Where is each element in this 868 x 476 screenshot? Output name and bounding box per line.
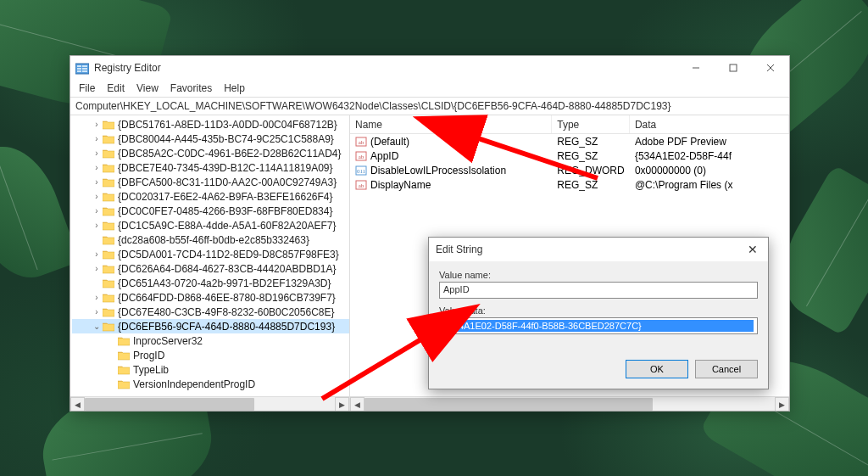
value-name: DisableLowILProcessIsolation — [370, 165, 506, 176]
tree-item[interactable]: ›{DBC85A2C-C0DC-4961-B6E2-D28B62C11AD4} — [72, 146, 350, 160]
regedit-icon — [75, 61, 89, 75]
svg-text:011: 011 — [357, 168, 366, 175]
expander-icon[interactable]: › — [91, 148, 103, 158]
tree-item[interactable]: {DC651A43-0720-4a2b-9971-BD2EF1329A3D} — [72, 276, 350, 290]
value-data: @C:\Program Files (x — [630, 179, 789, 191]
edit-string-dialog: Edit String ✕ Value name: AppID Value da… — [428, 237, 769, 389]
svg-text:ab: ab — [359, 182, 364, 189]
list-item[interactable]: abAppIDREG_SZ{534A1E02-D58F-44f — [350, 148, 789, 163]
menu-favorites[interactable]: Favorites — [165, 82, 217, 94]
tree-item-label: {DBC80044-A445-435b-BC74-9C25C1C588A9} — [118, 133, 334, 145]
list-item[interactable]: 011DisableLowILProcessIsolationREG_DWORD… — [350, 163, 789, 177]
tree-item[interactable]: ›{DC020317-E6E2-4A62-B9FA-B3EFE16626F4} — [72, 189, 350, 204]
tree-item-label: {DBFCA500-8C31-11D0-AA2C-00A0C92749A3} — [118, 176, 337, 188]
tree-item[interactable]: InprocServer32 — [72, 333, 350, 348]
menu-edit[interactable]: Edit — [102, 82, 130, 94]
col-data[interactable]: Data — [630, 115, 789, 133]
tree-item[interactable]: ›{DC67E480-C3CB-49F8-8232-60B0C2056C8E} — [72, 305, 350, 319]
tree-item[interactable]: ›{DC626A64-D684-4627-83CB-44420ABDBD1A} — [72, 261, 350, 276]
tree-item[interactable]: ProgID — [72, 348, 350, 362]
menu-file[interactable]: File — [74, 82, 100, 94]
expander-icon[interactable]: › — [91, 206, 103, 216]
menu-bar: File Edit View Favorites Help — [70, 80, 789, 97]
expander-icon[interactable]: › — [91, 307, 103, 316]
value-data: {534A1E02-D58F-44f — [630, 150, 789, 162]
tree-item-label: {DC626A64-D684-4627-83CB-44420ABDBD1A} — [118, 263, 337, 275]
col-type[interactable]: Type — [552, 115, 630, 133]
dialog-close-button[interactable]: ✕ — [744, 241, 761, 258]
svg-rect-3 — [77, 68, 81, 70]
menu-view[interactable]: View — [131, 82, 164, 94]
expander-icon[interactable]: › — [91, 177, 103, 187]
expander-icon[interactable]: › — [91, 293, 103, 302]
list-scroll-right[interactable]: ▶ — [775, 397, 789, 411]
tree-item[interactable]: ⌄{DC6EFB56-9CFA-464D-8880-44885D7DC193} — [72, 319, 350, 333]
value-type: REG_SZ — [552, 150, 630, 162]
svg-text:ab: ab — [359, 139, 364, 146]
tree-item-label: VersionIndependentProgID — [133, 378, 255, 390]
expander-icon[interactable]: › — [91, 249, 103, 259]
value-name-label: Value name: — [439, 270, 758, 280]
tree-item-label: {DC651A43-0720-4a2b-9971-BD2EF1329A3D} — [118, 277, 331, 289]
list-item[interactable]: abDisplayNameREG_SZ@C:\Program Files (x — [350, 177, 789, 192]
close-button[interactable] — [752, 56, 789, 80]
tree-item[interactable]: ›{DC0C0FE7-0485-4266-B93F-68FBF80ED834} — [72, 204, 350, 218]
address-bar[interactable]: Computer\HKEY_LOCAL_MACHINE\SOFTWARE\WOW… — [70, 97, 789, 115]
tree-scroll-left[interactable]: ◀ — [70, 397, 85, 411]
tree-scroll-thumb[interactable] — [85, 398, 254, 411]
tree-item[interactable]: TypeLib — [72, 362, 350, 377]
column-headers[interactable]: Name Type Data — [350, 115, 789, 134]
value-name: AppID — [370, 150, 398, 162]
value-data-field-container — [439, 317, 758, 334]
tree-item[interactable]: VersionIndependentProgID — [72, 377, 350, 391]
svg-rect-6 — [82, 70, 87, 72]
tree-item-label: {DBC51761-A8ED-11D3-A0DD-00C04F68712B} — [118, 119, 337, 131]
tree-pane[interactable]: ›{DBC51761-A8ED-11D3-A0DD-00C04F68712B}›… — [70, 115, 350, 411]
value-data: Adobe PDF Preview — [630, 136, 789, 148]
expander-icon[interactable]: › — [91, 221, 103, 230]
tree-scroll-right[interactable]: ▶ — [335, 397, 349, 411]
value-type: REG_DWORD — [552, 165, 630, 176]
svg-rect-5 — [77, 70, 81, 72]
tree-item[interactable]: ›{DBCE7E40-7345-439D-B12C-114A11819A09} — [72, 160, 350, 175]
tree-item-label: InprocServer32 — [133, 335, 203, 347]
dialog-title-bar[interactable]: Edit String ✕ — [429, 238, 768, 261]
expander-icon[interactable]: › — [91, 192, 103, 201]
expander-icon[interactable]: › — [91, 264, 103, 273]
tree-item-label: {DC5DA001-7CD4-11D2-8ED9-D8C857F98FE3} — [118, 249, 339, 260]
expander-icon[interactable]: › — [91, 163, 103, 172]
tree-item[interactable]: {dc28a608-b55f-46ff-b0db-e2c85b332463} — [72, 232, 350, 247]
svg-rect-2 — [82, 65, 87, 67]
expander-icon[interactable]: ⌄ — [91, 322, 103, 331]
expander-icon[interactable]: › — [91, 120, 103, 129]
tree-item[interactable]: ›{DBC80044-A445-435b-BC74-9C25C1C588A9} — [72, 132, 350, 146]
menu-help[interactable]: Help — [219, 82, 250, 94]
cancel-button[interactable]: Cancel — [695, 360, 758, 378]
ok-button[interactable]: OK — [626, 360, 688, 378]
tree-item-label: {DC664FDD-D868-46EE-8780-8D196CB739F7} — [118, 292, 336, 304]
maximize-button[interactable] — [715, 56, 752, 80]
value-type: REG_SZ — [552, 179, 630, 191]
minimize-button[interactable] — [677, 56, 715, 80]
expander-icon[interactable]: › — [91, 134, 103, 143]
tree-item-label: ProgID — [133, 350, 164, 361]
value-type: REG_SZ — [552, 136, 630, 148]
list-scroll-thumb[interactable] — [364, 398, 653, 411]
tree-item-label: {dc28a608-b55f-46ff-b0db-e2c85b332463} — [118, 234, 309, 246]
title-bar[interactable]: Registry Editor — [70, 56, 789, 80]
tree-item[interactable]: ›{DBC51761-A8ED-11D3-A0DD-00C04F68712B} — [72, 117, 350, 132]
value-data-input[interactable] — [443, 320, 754, 332]
address-text: Computer\HKEY_LOCAL_MACHINE\SOFTWARE\WOW… — [75, 100, 671, 112]
tree-item-label: {DBCE7E40-7345-439D-B12C-114A11819A09} — [118, 162, 333, 174]
tree-item[interactable]: ›{DBFCA500-8C31-11D0-AA2C-00A0C92749A3} — [72, 175, 350, 189]
col-name[interactable]: Name — [350, 115, 552, 133]
list-item[interactable]: ab(Default)REG_SZAdobe PDF Preview — [350, 134, 789, 148]
svg-rect-8 — [730, 64, 737, 71]
tree-item-label: {DC020317-E6E2-4A62-B9FA-B3EFE16626F4} — [118, 191, 333, 203]
tree-item[interactable]: ›{DC5DA001-7CD4-11D2-8ED9-D8C857F98FE3} — [72, 247, 350, 261]
list-scroll-left[interactable]: ◀ — [350, 397, 364, 411]
value-data: 0x00000000 (0) — [630, 165, 789, 176]
tree-item-label: {DC0C0FE7-0485-4266-B93F-68FBF80ED834} — [118, 205, 332, 217]
tree-item[interactable]: ›{DC664FDD-D868-46EE-8780-8D196CB739F7} — [72, 290, 350, 305]
tree-item[interactable]: ›{DC1C5A9C-E88A-4dde-A5A1-60F82A20AEF7} — [72, 218, 350, 232]
